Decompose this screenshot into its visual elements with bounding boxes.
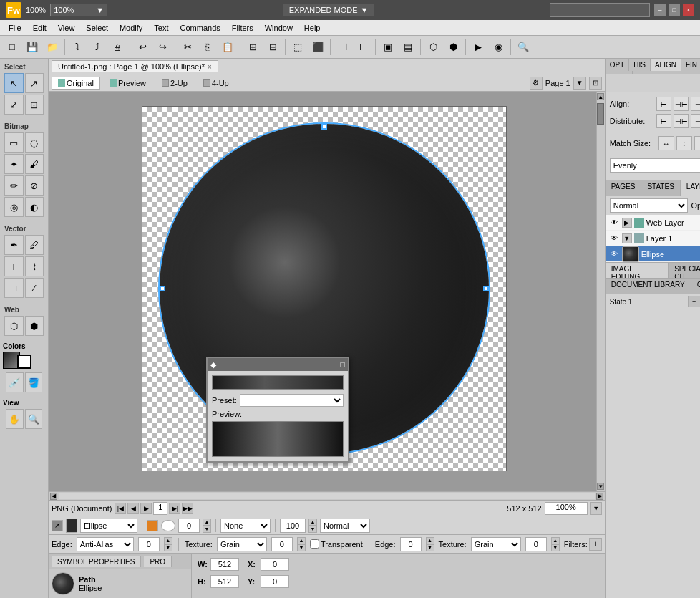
edge-select[interactable]: Anti-Alias: [77, 537, 134, 551]
first-frame-btn[interactable]: |◀: [115, 503, 126, 514]
zoom-value-display[interactable]: 100%: [545, 502, 588, 515]
state-add-btn[interactable]: +: [688, 296, 700, 307]
add-filter-btn[interactable]: +: [589, 538, 602, 551]
texture-select-right[interactable]: Grain: [471, 537, 521, 551]
dist-left-btn[interactable]: ⊢: [656, 114, 671, 128]
print-btn[interactable]: 🖨: [108, 38, 127, 57]
align-tab[interactable]: ALIGN: [651, 59, 681, 71]
rectangle-tool[interactable]: □: [4, 278, 24, 298]
menu-window[interactable]: Window: [259, 22, 298, 34]
align-left-btn[interactable]: ⊢: [656, 97, 671, 111]
dist-right-btn[interactable]: ⊣: [691, 114, 700, 128]
scroll-up-btn[interactable]: ▲: [597, 93, 604, 100]
symbol-props-tab[interactable]: SYMBOL PROPERTIES: [52, 556, 141, 567]
edge-value-right[interactable]: [400, 537, 422, 551]
fin-tab[interactable]: FIN: [681, 59, 700, 71]
web-layer-row[interactable]: 👁 ▶ Web Layer ⊡ ◉: [606, 215, 700, 231]
image-editing-tab[interactable]: IMAGE EDITING: [606, 263, 669, 278]
next-frame-btn[interactable]: ▶|: [169, 503, 180, 514]
zoom-tool[interactable]: 🔍: [25, 409, 43, 429]
stroke-icon[interactable]: [147, 520, 158, 531]
handle-right[interactable]: [483, 286, 489, 291]
doc-library-tab[interactable]: DOCUMENT LIBRARY: [606, 279, 691, 294]
opacity-input[interactable]: [280, 519, 306, 533]
subselect-tool[interactable]: ↗: [25, 73, 44, 93]
scroll-thumb[interactable]: [597, 103, 604, 125]
tex-up-right-btn[interactable]: ▲: [551, 537, 560, 544]
stroke-up-btn[interactable]: ▲: [203, 519, 211, 526]
tex-down-btn[interactable]: ▼: [297, 544, 306, 551]
paste-btn[interactable]: 📋: [218, 38, 237, 57]
menu-modify[interactable]: Modify: [114, 22, 148, 34]
restore-button[interactable]: □: [669, 4, 680, 16]
tab-original[interactable]: Original: [52, 77, 100, 90]
page-menu-btn[interactable]: ▼: [573, 77, 586, 90]
x-input[interactable]: [261, 558, 289, 571]
zoom-in-btn[interactable]: 🔍: [514, 38, 533, 57]
scroll-down-btn[interactable]: ▼: [597, 483, 604, 490]
scale-tool[interactable]: ⤢: [4, 95, 24, 115]
blend-mode-select[interactable]: Normal: [320, 519, 370, 533]
menu-select[interactable]: Select: [80, 22, 114, 34]
menu-text[interactable]: Text: [148, 22, 174, 34]
text-tool[interactable]: T: [4, 256, 24, 276]
dist-center-h-btn[interactable]: ⊣⊢: [674, 114, 689, 128]
mode-selector[interactable]: EXPANDED MODE ▼: [283, 4, 375, 16]
new-btn[interactable]: □: [3, 38, 21, 57]
fill-type-select[interactable]: None: [220, 519, 271, 533]
edge-down-right-btn[interactable]: ▼: [426, 544, 434, 551]
blur-tool[interactable]: ◎: [4, 197, 24, 217]
pen-tool[interactable]: ✒: [4, 235, 24, 255]
group-btn[interactable]: ⬚: [288, 38, 307, 57]
last-frame-btn[interactable]: ▶▶: [182, 503, 193, 514]
edge-value-input[interactable]: [138, 537, 160, 551]
texture-value-right[interactable]: [525, 537, 547, 551]
slice-tool[interactable]: ⬢: [25, 316, 44, 336]
tab-2up[interactable]: 2-Up: [155, 77, 194, 90]
pages-tab[interactable]: PAGES: [606, 180, 642, 196]
freeform-tool[interactable]: ⌇: [25, 256, 44, 276]
layer1-eye[interactable]: 👁: [608, 233, 620, 244]
eraser-tool[interactable]: ⊘: [25, 175, 44, 196]
texture-spinner-right[interactable]: ▲ ▼: [551, 537, 560, 551]
doc-close-icon[interactable]: ×: [208, 63, 212, 71]
align-right-btn[interactable]: ⊣: [691, 97, 700, 111]
doc-tab-active[interactable]: Untitled-1.png : Page 1 @ 100% (Ellipse)…: [52, 60, 218, 72]
tab-4up[interactable]: 4-Up: [197, 77, 235, 90]
zoom-dropdown-btn[interactable]: ▼: [590, 502, 602, 515]
web-layer-expand[interactable]: ▶: [622, 218, 632, 228]
opacity-spinner[interactable]: ▲ ▼: [308, 519, 317, 533]
tex-up-btn[interactable]: ▲: [297, 537, 306, 544]
save-btn[interactable]: 💾: [23, 38, 42, 57]
y-input[interactable]: [261, 575, 289, 588]
select-all-btn[interactable]: ⊞: [243, 38, 262, 57]
prev-frame-btn[interactable]: ◀: [127, 503, 139, 514]
his-tab[interactable]: HIS: [629, 59, 651, 71]
redo-btn[interactable]: ↪: [153, 38, 172, 57]
import-btn[interactable]: ⤵: [68, 38, 87, 57]
eyedropper-tool[interactable]: 💉: [6, 372, 24, 392]
marquee-tool[interactable]: ▭: [4, 132, 24, 153]
height-input[interactable]: [210, 575, 239, 588]
gradient-preview-bar[interactable]: [212, 375, 344, 390]
hotspot-btn[interactable]: ⬡: [424, 38, 442, 57]
ellipse-layer-row[interactable]: 👁 Ellipse ⊡ ◉: [606, 246, 700, 262]
layer1-expand[interactable]: ▼: [622, 233, 632, 243]
gradient-preset-select[interactable]: [240, 394, 344, 407]
cut-btn[interactable]: ✂: [178, 38, 197, 57]
zoom-selector[interactable]: 100% ▼: [50, 4, 107, 16]
opacity-down-btn[interactable]: ▼: [308, 526, 317, 533]
open-btn[interactable]: 📁: [43, 38, 62, 57]
tab-preview[interactable]: Preview: [103, 77, 152, 90]
stroke-width-spinner[interactable]: ▲ ▼: [203, 519, 211, 533]
stroke-color-circle[interactable]: [161, 520, 175, 531]
edge-spinner[interactable]: ▲ ▼: [164, 537, 172, 551]
dodge-tool[interactable]: ◐: [25, 197, 44, 217]
undo-btn[interactable]: ↩: [133, 38, 152, 57]
match-wh-btn[interactable]: ⤢: [694, 136, 700, 150]
crop-tool[interactable]: ⊡: [25, 95, 44, 115]
hotspot-tool[interactable]: ⬡: [4, 316, 24, 336]
menu-help[interactable]: Help: [298, 22, 326, 34]
scroll-right-btn[interactable]: ▶: [596, 493, 603, 500]
align-center-h-btn[interactable]: ⊣⊢: [674, 97, 689, 111]
